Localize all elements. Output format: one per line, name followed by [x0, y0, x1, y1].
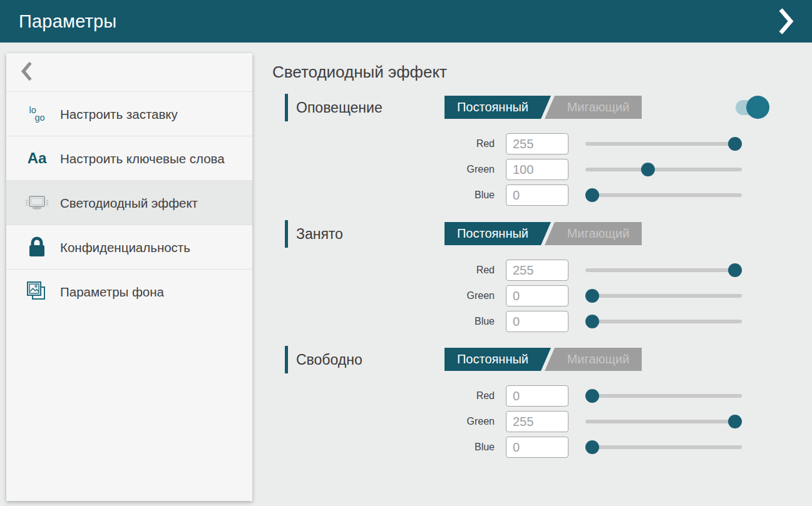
red-slider[interactable]	[585, 385, 742, 407]
blue-slider[interactable]	[585, 311, 742, 332]
sidebar-item-label: Настроить заставку	[60, 106, 178, 123]
section-label: Занято	[296, 226, 343, 243]
sidebar-item-label: Настроить ключевые слова	[60, 150, 225, 167]
sidebar-back-row	[6, 53, 252, 91]
slider-track	[585, 320, 742, 323]
channel-label: Red	[272, 385, 495, 407]
mode-constant-button[interactable]: Постоянный	[445, 96, 551, 119]
enable-switch[interactable]	[736, 95, 771, 120]
green-slider[interactable]	[585, 285, 742, 306]
sidebar-item-label: Параметры фона	[60, 283, 164, 300]
slider-thumb[interactable]	[585, 440, 599, 454]
logo-icon: logo	[24, 101, 50, 127]
sidebar-item-background[interactable]: Параметры фона	[6, 269, 252, 313]
sidebar: logo Настроить заставку Aa Настроить клю…	[6, 53, 252, 501]
sidebar-item-label: Конфиденциальность	[60, 239, 190, 256]
back-chevron-icon[interactable]	[20, 61, 34, 84]
green-slider[interactable]	[585, 411, 742, 432]
channel-row-red: Red	[272, 385, 781, 407]
slider-thumb[interactable]	[728, 415, 742, 428]
channel-label: Blue	[272, 185, 495, 206]
channel-row-red: Red	[272, 260, 781, 281]
rgb-rows: Red Green Blue	[272, 385, 781, 462]
slider-track	[585, 168, 742, 171]
mode-blinking-button[interactable]: Мигающий	[545, 348, 642, 371]
channel-row-blue: Blue	[272, 185, 781, 206]
mode-constant-button[interactable]: Постоянный	[445, 222, 551, 245]
app-title: Параметры	[19, 11, 116, 32]
channel-label: Blue	[272, 311, 495, 332]
slider-thumb[interactable]	[641, 163, 655, 176]
blue-slider[interactable]	[585, 185, 742, 206]
red-slider[interactable]	[585, 133, 742, 154]
slider-track	[585, 193, 742, 197]
mode-blinking-button[interactable]: Мигающий	[545, 222, 642, 245]
slider-thumb[interactable]	[728, 263, 742, 277]
section-notification: Оповещение Постоянный Мигающий Red Green	[272, 94, 781, 121]
channel-row-blue: Blue	[272, 437, 781, 458]
green-value-input[interactable]	[506, 159, 568, 180]
sidebar-item-label: Светодиодный эффект	[60, 195, 198, 211]
section-accent-bar	[285, 94, 288, 121]
mode-toggle: Постоянный Мигающий	[445, 96, 642, 119]
green-slider[interactable]	[585, 159, 742, 180]
channel-row-green: Green	[272, 285, 781, 306]
mode-toggle: Постоянный Мигающий	[445, 348, 642, 371]
channel-label: Red	[272, 133, 495, 154]
channel-row-green: Green	[272, 411, 781, 432]
section-accent-bar	[285, 346, 288, 373]
slider-thumb[interactable]	[585, 188, 599, 202]
blue-value-input[interactable]	[506, 185, 568, 206]
mode-toggle: Постоянный Мигающий	[445, 222, 642, 245]
slider-thumb[interactable]	[585, 289, 599, 303]
switch-thumb	[746, 96, 769, 119]
section-busy: Занято Постоянный Мигающий Red Green	[272, 220, 781, 248]
section-label: Свободно	[296, 352, 362, 368]
slider-track	[585, 268, 742, 272]
section-header: Свободно Постоянный Мигающий	[272, 346, 781, 373]
section-free: Свободно Постоянный Мигающий Red Green	[272, 346, 781, 373]
channel-row-green: Green	[272, 159, 781, 180]
red-value-input[interactable]	[506, 385, 568, 407]
channel-label: Red	[272, 260, 495, 281]
blue-value-input[interactable]	[506, 311, 568, 332]
sidebar-item-screensaver[interactable]: logo Настроить заставку	[6, 91, 252, 136]
blue-value-input[interactable]	[506, 437, 568, 458]
channel-label: Green	[272, 285, 495, 306]
channel-row-red: Red	[272, 133, 781, 154]
slider-track	[585, 420, 742, 423]
rgb-rows: Red Green Blue	[272, 260, 781, 336]
section-label: Оповещение	[296, 99, 383, 116]
blue-slider[interactable]	[585, 437, 742, 458]
green-value-input[interactable]	[506, 285, 568, 306]
red-value-input[interactable]	[506, 260, 568, 281]
app-bar: Параметры	[0, 0, 812, 43]
screen: Параметры logo Настроить заставку Aa Нас…	[0, 0, 812, 506]
red-value-input[interactable]	[506, 133, 568, 154]
channel-label: Blue	[272, 437, 495, 458]
rgb-rows: Red Green Blue	[272, 133, 781, 210]
mode-constant-button[interactable]: Постоянный	[445, 348, 551, 371]
lock-icon	[24, 234, 50, 260]
sidebar-item-led-effect[interactable]: Светодиодный эффект	[6, 180, 252, 225]
background-images-icon	[24, 278, 50, 305]
page-title: Светодиодный эффект	[272, 63, 447, 82]
slider-thumb[interactable]	[585, 315, 599, 328]
mode-blinking-button[interactable]: Мигающий	[545, 96, 642, 119]
sidebar-item-keywords[interactable]: Aa Настроить ключевые слова	[6, 136, 252, 180]
channel-row-blue: Blue	[272, 311, 781, 332]
slider-thumb[interactable]	[585, 389, 599, 403]
red-slider[interactable]	[585, 260, 742, 281]
section-header: Оповещение Постоянный Мигающий	[272, 94, 781, 121]
channel-label: Green	[272, 159, 495, 180]
keywords-Aa-icon: Aa	[24, 145, 50, 171]
slider-track	[585, 394, 742, 398]
slider-thumb[interactable]	[728, 137, 742, 151]
slider-track	[585, 445, 742, 449]
slider-track	[585, 142, 742, 146]
sidebar-item-privacy[interactable]: Конфиденциальность	[6, 225, 252, 269]
slider-track	[585, 294, 742, 298]
green-value-input[interactable]	[506, 411, 568, 432]
forward-chevron-icon[interactable]	[776, 7, 796, 36]
section-accent-bar	[285, 220, 288, 248]
